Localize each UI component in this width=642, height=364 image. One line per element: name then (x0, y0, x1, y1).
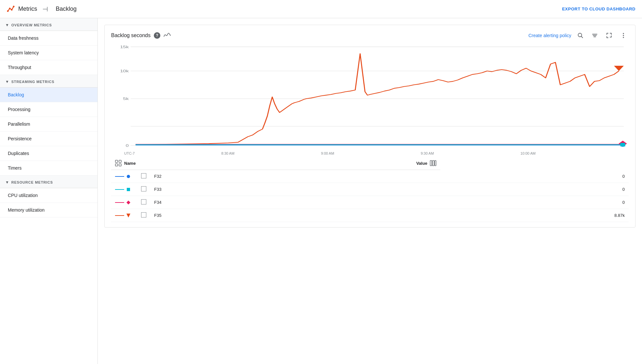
legend-name-header: Name (115, 160, 146, 166)
legend-row: F320 (111, 170, 629, 183)
sidebar-section-overview[interactable]: ▼ OVERVIEW METRICS (0, 18, 97, 31)
legend-table: Name Value (111, 157, 629, 222)
legend-name-col-label: Name (124, 161, 136, 166)
legend-value-label: Value (416, 161, 427, 166)
sidebar-section-streaming-label: STREAMING METRICS (11, 80, 54, 84)
grid-icon (115, 160, 122, 166)
chart-actions: Create alerting policy (528, 30, 629, 41)
legend-row: F340 (111, 196, 629, 209)
svg-line-5 (581, 36, 583, 38)
sidebar-item-timers-label: Timers (8, 165, 22, 171)
svg-rect-28 (115, 160, 118, 162)
svg-text:15k: 15k (120, 45, 129, 49)
svg-text:0: 0 (126, 143, 129, 147)
sidebar-item-timers[interactable]: Timers (0, 161, 97, 175)
svg-point-2 (11, 9, 13, 10)
sidebar-item-duplicates[interactable]: Duplicates (0, 146, 97, 161)
sidebar-item-cpu-utilization[interactable]: CPU utilization (0, 188, 97, 203)
page-title: Backlog (49, 6, 562, 12)
legend-checkbox-F33[interactable] (141, 186, 146, 191)
x-label-1000: 10:00 AM (520, 151, 535, 155)
svg-rect-38 (127, 188, 130, 191)
sidebar-item-backlog[interactable]: Backlog (0, 88, 97, 102)
sidebar-section-streaming[interactable]: ▼ STREAMING METRICS (0, 75, 97, 88)
svg-rect-29 (119, 160, 121, 162)
content-area: Backlog seconds ? Create alerting policy (98, 18, 642, 364)
legend-row: F358.87k (111, 209, 629, 222)
collapse-sidebar-button[interactable]: ⊣ (41, 4, 49, 14)
legend-row: F330 (111, 183, 629, 196)
filter-icon-button[interactable] (590, 30, 600, 41)
chart-title: Backlog seconds (111, 33, 151, 38)
search-icon-button[interactable] (575, 30, 586, 41)
chart-svg: 15k 10k 5k 0 (111, 43, 629, 154)
svg-point-9 (623, 33, 624, 34)
main-layout: ▼ OVERVIEW METRICS Data freshness System… (0, 18, 642, 364)
svg-point-10 (623, 35, 624, 36)
sidebar-item-processing[interactable]: Processing (0, 102, 97, 117)
legend-checkbox-F32[interactable] (141, 173, 146, 178)
svg-rect-31 (119, 164, 121, 166)
chevron-streaming-icon: ▼ (5, 79, 9, 84)
chevron-overview-icon: ▼ (5, 23, 9, 27)
svg-point-0 (7, 10, 9, 12)
sidebar-item-throughput-label: Throughput (8, 65, 31, 70)
legend-name-F34: F34 (150, 196, 440, 209)
svg-rect-27 (620, 143, 625, 147)
chart-card: Backlog seconds ? Create alerting policy (104, 25, 635, 228)
top-header: Metrics ⊣ Backlog EXPORT TO CLOUD DASHBO… (0, 0, 642, 18)
svg-point-3 (13, 6, 15, 7)
svg-marker-40 (126, 201, 130, 204)
x-label-930: 9:30 AM (421, 151, 434, 155)
chart-type-icon[interactable] (164, 32, 171, 39)
app-logo: Metrics (7, 5, 37, 14)
columns-icon[interactable] (430, 160, 436, 166)
help-icon[interactable]: ? (154, 32, 160, 39)
chart-header: Backlog seconds ? Create alerting policy (111, 30, 629, 41)
x-label-830: 8:30 AM (221, 151, 234, 155)
legend-checkbox-F34[interactable] (141, 199, 146, 204)
sidebar-section-resource[interactable]: ▼ RESOURCE METRICS (0, 175, 97, 188)
app-logo-icon (7, 5, 16, 14)
svg-point-11 (623, 37, 624, 38)
sidebar-item-persistence[interactable]: Persistence (0, 132, 97, 146)
svg-rect-34 (435, 161, 436, 166)
sidebar-item-persistence-label: Persistence (8, 136, 32, 141)
x-label-utc7: UTC-7 (124, 151, 135, 155)
sidebar-item-cpu-label: CPU utilization (8, 193, 38, 198)
sidebar-section-resource-label: RESOURCE METRICS (11, 180, 53, 184)
export-to-cloud-dashboard-link[interactable]: EXPORT TO CLOUD DASHBOARD (562, 7, 635, 11)
legend-value-F32: 0 (440, 170, 629, 183)
create-alert-policy-link[interactable]: Create alerting policy (528, 33, 571, 38)
sidebar-item-processing-label: Processing (8, 107, 30, 112)
legend-indicator-F32 (115, 174, 133, 179)
chart-wrapper: 15k 10k 5k 0 (111, 43, 629, 154)
sidebar-item-parallelism-label: Parallelism (8, 121, 30, 127)
sidebar-item-parallelism[interactable]: Parallelism (0, 117, 97, 132)
legend-value-F35: 8.87k (440, 209, 629, 222)
chart-title-group: Backlog seconds ? (111, 32, 171, 39)
svg-rect-33 (432, 161, 434, 166)
sidebar-item-data-freshness-label: Data freshness (8, 35, 38, 41)
sidebar: ▼ OVERVIEW METRICS Data freshness System… (0, 18, 98, 364)
sidebar-item-data-freshness[interactable]: Data freshness (0, 31, 97, 46)
svg-marker-21 (614, 66, 624, 71)
svg-rect-32 (430, 161, 432, 166)
legend-checkbox-F35[interactable] (141, 212, 146, 217)
sidebar-item-duplicates-label: Duplicates (8, 151, 29, 156)
header-left: Metrics ⊣ (7, 4, 49, 14)
app-title: Metrics (18, 6, 37, 12)
legend-name-F33: F33 (150, 183, 440, 196)
sidebar-item-memory-utilization[interactable]: Memory utilization (0, 203, 97, 217)
svg-marker-42 (126, 214, 130, 217)
sidebar-item-throughput[interactable]: Throughput (0, 60, 97, 75)
fullscreen-icon-button[interactable] (604, 30, 614, 41)
svg-text:10k: 10k (120, 69, 129, 73)
chevron-resource-icon: ▼ (5, 180, 9, 185)
x-label-900: 9:00 AM (321, 151, 334, 155)
more-options-button[interactable] (618, 30, 629, 41)
sidebar-item-system-latency[interactable]: System latency (0, 46, 97, 60)
legend-value-col-header: Value (150, 157, 440, 170)
sidebar-item-memory-label: Memory utilization (8, 207, 45, 213)
legend-value-F34: 0 (440, 196, 629, 209)
